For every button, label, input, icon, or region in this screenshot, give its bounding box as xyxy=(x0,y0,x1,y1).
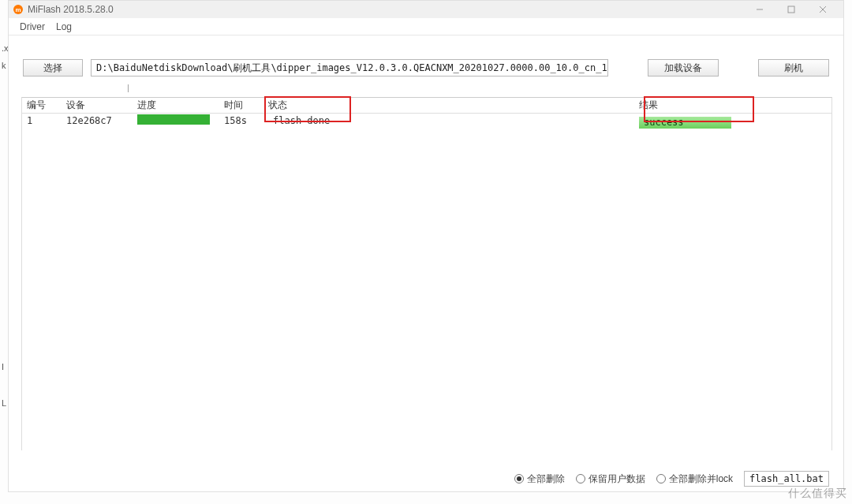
app-window: m MiFlash 2018.5.28.0 Driver Log 选择 D:\B… xyxy=(8,0,844,492)
svg-rect-1 xyxy=(788,6,794,13)
col-result[interactable]: 结果 xyxy=(634,99,753,112)
cell-status: flash done xyxy=(263,115,634,126)
radio-clean-all-lock[interactable]: 全部删除并lock xyxy=(656,472,733,486)
col-time[interactable]: 时间 xyxy=(219,99,263,112)
result-badge: success xyxy=(639,117,731,129)
radio-clean-all-label: 全部删除 xyxy=(527,472,565,486)
caret-row: | xyxy=(9,83,843,97)
footer-controls: 全部删除 保留用户数据 全部删除并lock flash_all.bat xyxy=(514,471,829,487)
status-text: flash done xyxy=(273,115,330,126)
table-header: 编号 设备 进度 时间 状态 结果 xyxy=(22,98,831,114)
radio-clean-all[interactable]: 全部删除 xyxy=(514,472,565,486)
radio-save-user-data[interactable]: 保留用户数据 xyxy=(576,472,645,486)
maximize-button[interactable] xyxy=(775,1,807,18)
close-button[interactable] xyxy=(807,1,839,18)
menubar: Driver Log xyxy=(9,18,843,35)
window-title: MiFlash 2018.5.28.0 xyxy=(28,4,114,15)
cell-device: 12e268c7 xyxy=(62,115,133,126)
action-row: 选择 D:\BaiduNetdiskDownload\刷机工具\dipper_i… xyxy=(9,35,843,83)
app-icon: m xyxy=(13,5,23,14)
radio-dot-icon xyxy=(576,474,585,483)
col-progress[interactable]: 进度 xyxy=(133,99,219,112)
flash-button[interactable]: 刷机 xyxy=(758,59,829,77)
col-status[interactable]: 状态 xyxy=(263,99,634,112)
radio-clean-all-lock-label: 全部删除并lock xyxy=(669,472,733,486)
minimize-button[interactable] xyxy=(744,1,775,18)
radio-save-user-data-label: 保留用户数据 xyxy=(589,472,645,486)
device-table: 编号 设备 进度 时间 状态 结果 1 12e268c7 158s flash … xyxy=(21,97,832,450)
cell-result: success xyxy=(634,114,753,129)
radio-dot-icon xyxy=(656,474,666,483)
table-row[interactable]: 1 12e268c7 158s flash done success xyxy=(22,114,831,128)
col-device[interactable]: 设备 xyxy=(62,99,133,112)
titlebar: m MiFlash 2018.5.28.0 xyxy=(9,1,843,18)
radio-dot-icon xyxy=(514,474,524,483)
flash-option-box[interactable]: flash_all.bat xyxy=(744,471,829,487)
load-devices-button[interactable]: 加载设备 xyxy=(648,59,719,77)
col-id[interactable]: 编号 xyxy=(22,99,62,112)
cell-id: 1 xyxy=(22,115,62,126)
rom-path-input[interactable]: D:\BaiduNetdiskDownload\刷机工具\dipper_imag… xyxy=(91,59,608,77)
menu-driver[interactable]: Driver xyxy=(20,21,45,32)
progress-bar xyxy=(137,114,210,125)
cell-time: 158s xyxy=(219,115,263,126)
select-button[interactable]: 选择 xyxy=(23,59,83,77)
cell-progress xyxy=(133,114,219,127)
menu-log[interactable]: Log xyxy=(56,21,72,32)
